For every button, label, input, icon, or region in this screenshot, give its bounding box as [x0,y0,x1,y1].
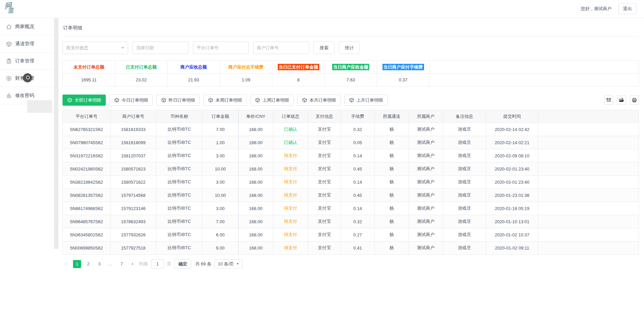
table-cell: 游戏豆 [443,176,486,189]
table-cell: 杨 [375,123,409,136]
table-cell: 1.00 [202,136,239,149]
next-page-icon[interactable]: › [129,260,136,268]
platform-order-input[interactable] [193,42,249,54]
column-header: 订单状态 [273,110,308,123]
table-cell: 5N36345802S62 [63,228,110,241]
tab-orders-4[interactable]: 上周订单明细 [250,95,294,106]
table-cell: 0.45 [341,162,375,176]
table-cell: 测试商户 [409,202,443,215]
summary-label: 商户应收总额 [180,64,207,70]
summary-header-row: 未支付订单总额已支付订单总额商户应收总额商户应付总手续费当日已支付订单金额当日商… [63,61,639,74]
summary-header-cell: 未支付订单总额 [63,61,115,74]
tab-orders-6[interactable]: 上月订单明细 [344,95,388,106]
table-cell: 游戏豆 [443,202,486,215]
filter-bar: 按支付状态 搜索 统计 [63,42,639,54]
page-ellipsis: ... [106,260,115,268]
page-number-1[interactable]: 1 [73,260,81,268]
payment-status-select[interactable]: 按支付状态 [63,42,128,54]
top-bar-right: 您好，测试商户 退出 [581,3,637,14]
search-button[interactable]: 搜索 [314,42,335,54]
column-header: 支付信息 [308,110,341,123]
sidebar-item-label: 商家概况 [15,24,34,30]
table-cell: 168.00 [239,228,273,241]
column-header: 平台订单号 [63,110,110,123]
yen-circle-icon [6,76,12,81]
table-cell: 2020-01-16 05:19 [486,202,538,215]
table-cell-empty [538,123,639,136]
table-cell: 0.27 [341,228,375,241]
table-cell: 1578632493 [110,215,156,228]
merchant-order-input[interactable] [253,42,309,54]
sidebar-item-order-management[interactable]: 订单管理 [0,53,54,70]
per-page-select[interactable]: 10 条/页 ▼ [215,259,243,268]
cube-icon [349,98,354,103]
date-picker-input[interactable] [132,42,189,54]
table-cell: 2020-02-09 08:10 [486,149,538,162]
summary-value-cell: 0.37 [377,74,429,86]
table-row: 5N02421980S621580571623比特币/BTC10.00168.0… [63,162,639,176]
table-cell: 比特币/BTC [156,136,202,149]
columns-button[interactable] [604,96,613,105]
main-content: 订单明细 按支付状态 搜索 统计 未支付订单总额已支付订单总额商户应收总额商户应… [63,18,639,269]
table-cell: 168.00 [239,123,273,136]
table-cell: 10.00 [202,162,239,176]
table-cell: 比特币/BTC [156,202,202,215]
table-cell: 比特币/BTC [156,189,202,202]
goto-page-input[interactable] [151,259,164,268]
table-cell: 支付宝 [308,189,341,202]
summary-table: 未支付订单总额已支付订单总额商户应收总额商户应付总手续费当日已支付订单金额当日商… [63,60,639,86]
tab-label: 今日订单明细 [122,97,148,103]
table-cell: 支付宝 [308,202,341,215]
page-number-3[interactable]: 3 [95,260,103,268]
table-cell: 杨 [375,215,409,228]
table-cell: 支付宝 [308,176,341,189]
lock-icon [6,93,12,99]
table-cell: 杨 [375,202,409,215]
tab-all-orders[interactable]: 全部订单明细 [63,95,106,106]
table-cell: 1580571623 [110,162,156,176]
tab-orders-3[interactable]: 本周订单明细 [203,95,247,106]
columns-icon [606,97,612,103]
table-cell: 0.41 [341,241,375,255]
table-cell: 0.32 [341,123,375,136]
export-button[interactable] [617,96,626,105]
page-title: 订单明细 [63,18,639,36]
table-row: 5N38218642S621580571622比特币/BTC3.00168.00… [63,176,639,189]
table-cell: 5N96485767S62 [63,215,110,228]
table-cell: 0.14 [341,202,375,215]
print-button[interactable] [630,96,639,105]
table-cell: 5N86174968S62 [63,202,110,215]
stats-button[interactable]: 统计 [339,42,360,54]
page-number-2[interactable]: 2 [84,260,92,268]
table-cell-empty [538,189,639,202]
table-cell: 游戏豆 [443,162,486,176]
tab-orders-2[interactable]: 昨日订单明细 [156,95,200,106]
summary-label: 商户应付总手续费 [228,64,264,70]
table-cell: 杨 [375,136,409,149]
brand-logo[interactable]: 问 道 [3,1,19,17]
tab-orders-1[interactable]: 今日订单明细 [109,95,153,106]
goto-confirm-button[interactable]: 确定 [174,259,191,269]
page-number-7[interactable]: 7 [118,260,126,268]
table-cell: 测试商户 [409,176,443,189]
cube-icon [161,98,166,103]
table-cell: 168.00 [239,149,273,162]
sidebar-item-channel-management[interactable]: 通道管理 [0,35,54,53]
tab-orders-5[interactable]: 本月订单明细 [297,95,341,106]
print-icon [631,97,637,103]
sidebar-item-merchant-overview[interactable]: 商家概况 [0,18,54,35]
table-row: 5N96485767S621578632493比特币/BTC7.00168.00… [63,215,639,228]
table-cell: 1581619333 [110,123,156,136]
table-cell: 杨 [375,228,409,241]
table-cell: 待支付 [273,202,308,215]
table-cell: 待支付 [273,176,308,189]
table-cell: 待支付 [273,162,308,176]
table-cell: 支付宝 [308,136,341,149]
summary-label: 未支付订单总额 [74,64,104,70]
table-cell: 杨 [375,149,409,162]
table-cell: 测试商户 [409,215,443,228]
table-cell: 比特币/BTC [156,123,202,136]
prev-page-icon[interactable]: ‹ [63,260,70,268]
logout-button[interactable]: 退出 [618,3,637,14]
table-cell: 0.14 [341,149,375,162]
